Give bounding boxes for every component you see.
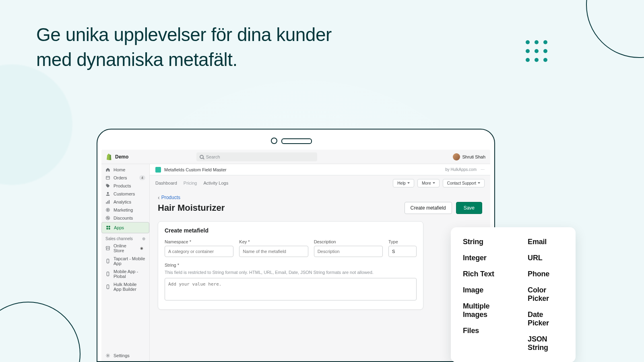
app-icon xyxy=(105,284,110,289)
sidebar-item-orders[interactable]: Orders 4 xyxy=(101,174,149,182)
analytics-icon xyxy=(105,200,110,204)
chevron-down-icon xyxy=(478,182,480,184)
string-hint: This field is restricted to String forma… xyxy=(165,270,417,275)
sidebar-item-label: Home xyxy=(114,167,125,172)
store-name: Demo xyxy=(115,154,128,160)
sidebar-item-discounts[interactable]: Discounts xyxy=(101,214,149,222)
svg-point-9 xyxy=(108,218,109,219)
svg-rect-14 xyxy=(107,259,109,263)
search-input[interactable]: Search xyxy=(196,152,317,161)
svg-rect-2 xyxy=(106,202,107,204)
tab-activity[interactable]: Activity Logs xyxy=(203,181,228,185)
sidebar-channel-plobal[interactable]: Mobile App - Plobal xyxy=(101,267,149,280)
app-name: Metafields Custom Field Master xyxy=(164,167,227,172)
type-option-url[interactable]: URL xyxy=(528,254,564,262)
sales-channels-label: Sales channels ⊕ xyxy=(101,233,149,242)
type-option-phone[interactable]: Phone xyxy=(528,270,564,278)
card-title: Create metafield xyxy=(165,227,417,234)
type-option-multipleimages[interactable]: Multiple Images xyxy=(463,302,508,319)
sidebar-item-label: Customers xyxy=(114,191,135,196)
screen: Demo Search Shruti Shah Home Orders 4 xyxy=(101,150,490,361)
user-menu[interactable]: Shruti Shah xyxy=(453,153,485,160)
sidebar-item-label: Hulk Mobile App Builder xyxy=(114,282,145,292)
add-channel-icon[interactable]: ⊕ xyxy=(142,237,145,241)
sidebar-item-label: Products xyxy=(114,183,131,188)
svg-rect-13 xyxy=(109,228,110,230)
orders-badge: 4 xyxy=(139,175,145,180)
description-input[interactable] xyxy=(314,246,383,257)
type-option-colorpicker[interactable]: Color Picker xyxy=(528,286,564,303)
namespace-input[interactable] xyxy=(165,246,233,257)
sidebar-channel-tapcart[interactable]: Tapcart - Mobile App xyxy=(101,255,149,267)
value-textarea[interactable] xyxy=(165,278,417,300)
sidebar-item-products[interactable]: Products xyxy=(101,182,149,190)
sidebar-item-settings[interactable]: Settings xyxy=(101,352,149,360)
topbar: Demo Search Shruti Shah xyxy=(101,150,490,164)
svg-point-8 xyxy=(107,217,108,218)
app-header: Metafields Custom Field Master by HulkAp… xyxy=(150,164,490,175)
user-name: Shruti Shah xyxy=(462,154,485,159)
shopify-logo-icon xyxy=(106,154,112,160)
type-option-files[interactable]: Files xyxy=(463,327,508,335)
sidebar-channel-online-store[interactable]: Online Store ◉ xyxy=(101,242,149,255)
chevron-left-icon: ‹ xyxy=(158,194,160,201)
view-store-icon[interactable]: ◉ xyxy=(138,246,145,251)
pin-icon[interactable]: ⋯ xyxy=(481,167,485,172)
svg-point-17 xyxy=(107,355,108,356)
breadcrumb-label: Products xyxy=(161,195,180,200)
chevron-down-icon xyxy=(407,182,410,184)
sidebar-item-analytics[interactable]: Analytics xyxy=(101,198,149,206)
contact-support-button[interactable]: Contact Support xyxy=(443,179,485,187)
svg-point-6 xyxy=(107,210,109,211)
app-logo-icon xyxy=(155,167,161,173)
svg-rect-15 xyxy=(107,272,109,276)
sidebar-item-home[interactable]: Home xyxy=(101,166,149,174)
key-label: Key * xyxy=(239,239,308,244)
type-option-string[interactable]: String xyxy=(463,238,508,246)
more-button[interactable]: More xyxy=(417,179,440,187)
sidebar-item-label: Settings xyxy=(114,353,130,358)
laptop-frame: Demo Search Shruti Shah Home Orders 4 xyxy=(97,129,495,362)
svg-rect-4 xyxy=(109,200,109,204)
products-icon xyxy=(105,183,110,188)
home-icon xyxy=(105,167,110,172)
description-label: Description xyxy=(314,239,383,244)
search-placeholder: Search xyxy=(206,154,220,159)
sidebar-item-marketing[interactable]: Marketing xyxy=(101,206,149,214)
apps-icon xyxy=(106,225,111,230)
sidebar-item-label: Marketing xyxy=(114,208,133,212)
type-option-richtext[interactable]: Rich Text xyxy=(463,270,508,278)
string-label: String * xyxy=(165,263,417,267)
svg-point-1 xyxy=(107,192,109,194)
type-option-integer[interactable]: Integer xyxy=(463,254,508,262)
customers-icon xyxy=(105,191,110,196)
save-button[interactable]: Save xyxy=(456,202,482,214)
svg-rect-11 xyxy=(109,226,110,228)
marketing-icon xyxy=(105,208,110,212)
svg-rect-0 xyxy=(106,176,109,179)
sidebar-item-label: Orders xyxy=(114,175,127,180)
key-input[interactable] xyxy=(239,246,308,257)
type-option-image[interactable]: Image xyxy=(463,286,508,294)
sidebar-item-apps[interactable]: Apps xyxy=(101,222,149,233)
type-option-jsonstring[interactable]: JSON String xyxy=(528,335,564,352)
sidebar: Home Orders 4 Products Customers A xyxy=(101,164,150,361)
help-button[interactable]: Help xyxy=(393,179,414,187)
app-icon xyxy=(105,259,110,263)
type-option-email[interactable]: Email xyxy=(528,238,564,246)
discounts-icon xyxy=(105,216,110,220)
search-icon xyxy=(200,155,204,159)
sidebar-item-customers[interactable]: Customers xyxy=(101,190,149,198)
namespace-label: Namespace * xyxy=(165,239,233,244)
page: ‹ Products Hair Moisturizer Create metaf… xyxy=(150,191,490,310)
app-byline: by HulkApps.com xyxy=(445,167,477,172)
type-select[interactable]: S xyxy=(388,246,417,257)
breadcrumb[interactable]: ‹ Products xyxy=(158,194,180,201)
create-metafield-button[interactable]: Create metafield xyxy=(405,202,452,214)
type-option-datepicker[interactable]: Date Picker xyxy=(528,311,564,327)
sidebar-channel-hulk[interactable]: Hulk Mobile App Builder xyxy=(101,280,149,293)
sidebar-item-label: Mobile App - Plobal xyxy=(114,269,145,279)
main: Metafields Custom Field Master by HulkAp… xyxy=(150,164,490,361)
tab-pricing[interactable]: Pricing xyxy=(184,181,197,185)
tab-dashboard[interactable]: Dashboard xyxy=(155,181,177,185)
